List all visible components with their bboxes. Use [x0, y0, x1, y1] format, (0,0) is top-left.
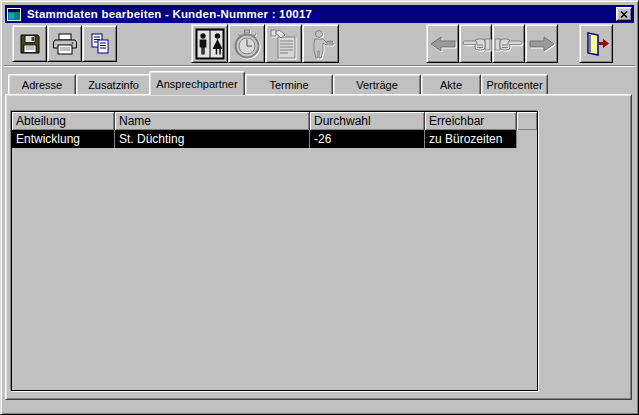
- document-hand-icon: [269, 28, 299, 60]
- nav-next-button[interactable]: [492, 24, 525, 63]
- window-title: Stammdaten bearbeiten - Kunden-Nummer : …: [27, 8, 616, 20]
- cell-erreichbar: zu Bürozeiten: [425, 130, 517, 148]
- floppy-save-icon: [18, 32, 42, 56]
- hand-point-right-icon: [494, 34, 524, 54]
- form-icon: [7, 7, 23, 21]
- window: Stammdaten bearbeiten - Kunden-Nummer : …: [0, 0, 639, 415]
- column-header-name[interactable]: Name: [115, 112, 310, 130]
- tab-termine[interactable]: Termine: [245, 74, 333, 94]
- printer-icon: [52, 32, 78, 56]
- table-row[interactable]: Entwicklung St. Düchting -26 zu Bürozeit…: [12, 130, 537, 148]
- tab-zusatzinfo[interactable]: Zusatzinfo: [76, 74, 151, 94]
- arrow-right-icon: [528, 35, 556, 53]
- save-button[interactable]: [12, 25, 47, 62]
- appointments-button[interactable]: [228, 24, 265, 63]
- tab-ansprechpartner[interactable]: Ansprechpartner: [149, 71, 245, 95]
- row-padding: [517, 130, 537, 148]
- contacts-button[interactable]: [191, 24, 228, 63]
- print-button[interactable]: [47, 25, 82, 62]
- stopwatch-icon: [232, 28, 262, 60]
- contacts-table: Abteilung Name Durchwahl Erreichbar Entw…: [11, 111, 538, 391]
- exit-door-icon: [582, 31, 610, 57]
- hand-point-left-icon: [461, 34, 491, 54]
- column-header-durchwahl[interactable]: Durchwahl: [310, 112, 425, 130]
- column-header-stub: [517, 112, 537, 130]
- tab-profitcenter[interactable]: Profitcenter: [481, 74, 548, 94]
- titlebar: Stammdaten bearbeiten - Kunden-Nummer : …: [5, 5, 634, 23]
- column-header-abteilung[interactable]: Abteilung: [12, 112, 115, 130]
- cell-durchwahl: -26: [310, 130, 425, 148]
- tab-adresse[interactable]: Adresse: [8, 74, 76, 94]
- tab-akte[interactable]: Akte: [421, 74, 481, 94]
- toolbar-separator: [4, 65, 635, 67]
- table-header-row: Abteilung Name Durchwahl Erreichbar: [12, 112, 537, 130]
- person-service-icon: [307, 28, 335, 60]
- contracts-button[interactable]: [265, 24, 302, 63]
- copy-pages-icon: [88, 32, 112, 56]
- close-icon: [620, 11, 628, 18]
- cell-abteilung: Entwicklung: [12, 130, 115, 148]
- exit-button[interactable]: [579, 24, 613, 63]
- tab-vertraege[interactable]: Verträge: [333, 74, 421, 94]
- column-header-erreichbar[interactable]: Erreichbar: [425, 112, 517, 130]
- nav-last-button[interactable]: [525, 24, 558, 63]
- nav-first-button[interactable]: [426, 24, 459, 63]
- cell-name: St. Düchting: [115, 130, 310, 148]
- service-button[interactable]: [302, 24, 339, 63]
- nav-previous-button[interactable]: [459, 24, 492, 63]
- contacts-man-woman-icon: [195, 28, 225, 60]
- copy-button[interactable]: [82, 25, 117, 62]
- arrow-left-icon: [429, 35, 457, 53]
- close-button[interactable]: [616, 7, 632, 21]
